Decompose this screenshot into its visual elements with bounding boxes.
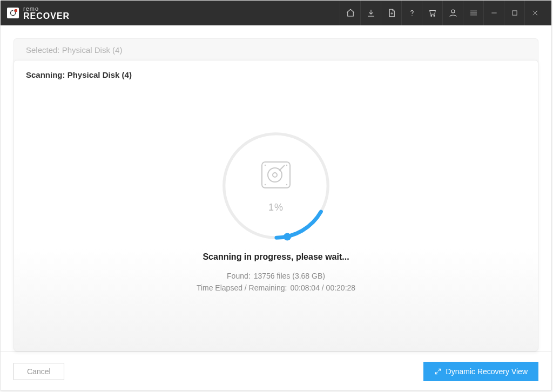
scanning-card: Scanning: Physical Disk (4)	[14, 60, 538, 352]
time-label: Time Elapsed / Remaining:	[197, 283, 287, 292]
help-icon[interactable]	[401, 1, 422, 25]
add-file-icon[interactable]	[381, 1, 401, 25]
disk-scan-icon	[259, 158, 293, 194]
progress-percent: 1%	[268, 202, 284, 213]
dynamic-recovery-view-button[interactable]: Dynamic Recovery View	[423, 362, 538, 381]
status-message: Scanning in progress, please wait...	[203, 252, 349, 262]
cart-icon[interactable]	[422, 1, 442, 25]
logo-badge-icon	[7, 8, 19, 18]
minimize-icon[interactable]	[483, 1, 504, 25]
footer-bar: Cancel Dynamic Recovery View	[1, 352, 551, 390]
svg-point-12	[265, 165, 266, 166]
brand-line1: remo	[23, 6, 70, 12]
close-icon[interactable]	[524, 1, 545, 25]
scanning-header: Scanning: Physical Disk (4)	[26, 70, 526, 79]
home-icon[interactable]	[340, 1, 360, 25]
svg-point-14	[286, 165, 287, 166]
content-area: Selected: Physical Disk (4) Scanning: Ph…	[1, 25, 551, 352]
svg-point-11	[265, 184, 266, 185]
app-logo: remo RECOVER	[7, 6, 70, 21]
app-window: remo RECOVER	[0, 0, 552, 391]
svg-point-10	[273, 173, 277, 177]
svg-rect-8	[262, 162, 290, 188]
svg-point-3	[451, 10, 455, 13]
download-icon[interactable]	[360, 1, 381, 25]
svg-point-13	[286, 184, 287, 185]
menu-icon[interactable]	[463, 1, 483, 25]
time-value: 00:08:04 / 00:20:28	[290, 283, 355, 292]
titlebar-actions	[340, 1, 545, 25]
svg-point-1	[430, 15, 431, 16]
svg-rect-4	[512, 11, 516, 15]
svg-point-0	[412, 15, 412, 16]
cancel-button[interactable]: Cancel	[14, 363, 64, 380]
svg-point-2	[433, 15, 434, 16]
scan-stats: Found: 13756 files (3.68 GB) Time Elapse…	[197, 272, 355, 292]
found-label: Found:	[227, 272, 251, 280]
progress-ring: 1%	[219, 129, 333, 242]
progress-area: 1% Scanning in progress, please wait... …	[26, 79, 526, 341]
titlebar: remo RECOVER	[1, 1, 551, 25]
maximize-icon[interactable]	[504, 1, 524, 25]
brand-line2: RECOVER	[23, 12, 70, 21]
svg-line-15	[279, 165, 285, 171]
found-value: 13756 files (3.68 GB)	[254, 272, 325, 280]
user-icon[interactable]	[442, 1, 463, 25]
dynamic-recovery-view-label: Dynamic Recovery View	[446, 367, 528, 376]
expand-icon	[434, 368, 442, 375]
